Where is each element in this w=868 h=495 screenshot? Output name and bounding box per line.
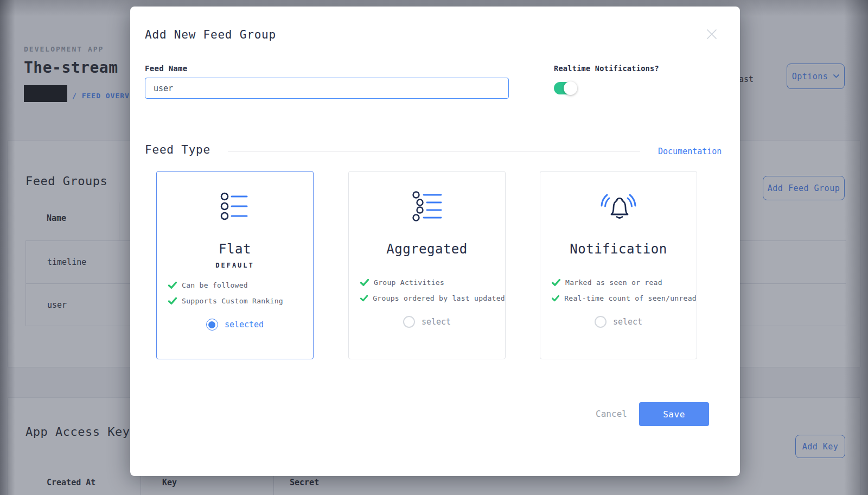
- default-badge: DEFAULT: [215, 262, 254, 269]
- feature-item: Group Activities: [360, 275, 505, 290]
- feature-list: Can be followed Supports Custom Ranking: [157, 277, 313, 309]
- modal-title: Add New Feed Group: [145, 28, 276, 41]
- notification-bell-icon: [598, 191, 639, 221]
- radio-unselected-icon: [403, 316, 415, 328]
- feed-type-label: Feed Type: [145, 143, 210, 156]
- flat-feed-icon: [220, 191, 250, 221]
- card-title: Notification: [570, 242, 667, 257]
- check-icon: [360, 295, 368, 302]
- aggregated-radio[interactable]: select: [403, 316, 451, 328]
- flat-radio[interactable]: selected: [206, 319, 264, 331]
- radio-selected-icon: [206, 319, 218, 331]
- feature-text: Marked as seen or read: [565, 278, 662, 287]
- feature-item: Supports Custom Ranking: [168, 293, 313, 309]
- documentation-link[interactable]: Documentation: [658, 147, 722, 156]
- feed-type-card-flat[interactable]: Flat DEFAULT Can be followed Supports Cu…: [156, 171, 314, 359]
- toggle-knob: [564, 81, 577, 95]
- feed-type-card-aggregated[interactable]: Aggregated Group Activities Groups order…: [348, 171, 506, 359]
- add-feed-group-modal: Add New Feed Group Feed Name Realtime No…: [130, 7, 740, 476]
- feature-list: Group Activities Groups ordered by last …: [349, 275, 505, 306]
- radio-label: selected: [225, 320, 264, 329]
- radio-label: select: [613, 317, 642, 327]
- check-icon: [168, 282, 177, 289]
- screen: DEVELOPMENT APP The-stream / FEED OVERVI…: [0, 0, 868, 495]
- check-icon: [360, 279, 369, 286]
- feature-item: Real-time count of seen/unread: [552, 290, 697, 306]
- cancel-button[interactable]: Cancel: [583, 402, 640, 426]
- feed-type-card-notification[interactable]: Notification Marked as seen or read Real…: [540, 171, 697, 359]
- realtime-toggle[interactable]: [554, 82, 577, 94]
- save-button[interactable]: Save: [639, 402, 709, 426]
- radio-unselected-icon: [595, 316, 607, 328]
- check-icon: [552, 295, 559, 302]
- realtime-notifications-label: Realtime Notifications?: [554, 64, 659, 73]
- card-title: Aggregated: [386, 242, 468, 257]
- feature-item: Groups ordered by last updated: [360, 290, 505, 306]
- feature-text: Groups ordered by last updated: [373, 294, 505, 302]
- feature-text: Group Activities: [374, 278, 444, 287]
- feed-name-input[interactable]: [145, 78, 509, 99]
- radio-label: select: [422, 317, 451, 327]
- close-icon[interactable]: [705, 28, 718, 41]
- feature-text: Real-time count of seen/unread: [564, 294, 697, 302]
- check-icon: [552, 279, 560, 286]
- check-icon: [168, 297, 177, 304]
- aggregated-feed-icon: [411, 191, 443, 221]
- feature-item: Marked as seen or read: [552, 275, 697, 290]
- divider: [228, 151, 640, 152]
- feed-name-label: Feed Name: [145, 64, 188, 73]
- feature-text: Can be followed: [182, 281, 248, 289]
- card-title: Flat: [219, 242, 251, 257]
- notification-radio[interactable]: select: [595, 316, 642, 328]
- feature-list: Marked as seen or read Real-time count o…: [540, 275, 697, 306]
- feature-item: Can be followed: [168, 277, 313, 293]
- feature-text: Supports Custom Ranking: [182, 297, 283, 305]
